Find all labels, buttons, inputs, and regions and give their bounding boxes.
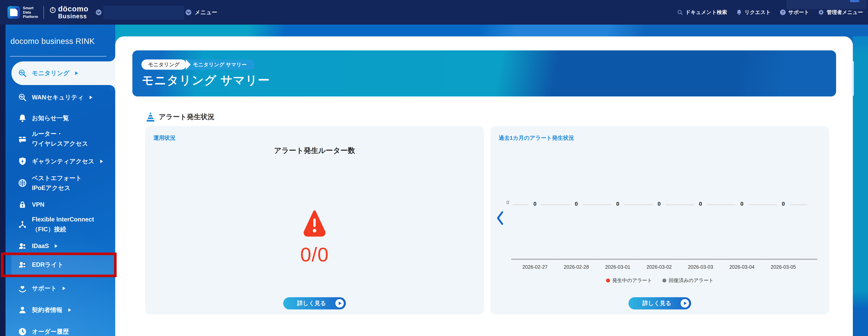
chart-data-label: 0 [616, 201, 619, 207]
chevron-down-icon[interactable] [185, 9, 192, 15]
warning-triangle-icon [303, 209, 326, 238]
chart-data-label: 0 [740, 201, 744, 207]
chart-line-segment [665, 204, 694, 205]
legend-item: 発生中のアラート [606, 277, 652, 283]
submenu-arrow-icon [100, 160, 103, 163]
breadcrumb-monitoring[interactable]: モニタリング [142, 60, 186, 70]
chart-line-segment [513, 204, 529, 205]
router-icon [18, 134, 27, 143]
chart-date-label: 2026-03-03 [688, 264, 713, 270]
chart-line-segment [789, 204, 807, 205]
submenu-arrow-icon [63, 287, 65, 290]
question-icon: ? [780, 9, 786, 15]
submenu-arrow-icon [55, 244, 58, 248]
sidebar-item-support[interactable]: サポート [11, 277, 115, 299]
sidebar-item-monitoring[interactable]: モニタリング [11, 61, 115, 85]
operation-detail-button[interactable]: 詳しく見る [283, 297, 346, 309]
chart-data-label: 0 [575, 201, 578, 207]
sidebar-item-wan-security[interactable]: WANセキュリティ [11, 87, 115, 108]
alert-status-section-header: アラート発生状況 [146, 111, 214, 122]
sidebar-item-best-effort-ipoe[interactable]: ベストエフォート IPoEアクセス [11, 172, 115, 194]
chevron-down-icon[interactable] [95, 9, 102, 15]
chart-date-label: 2026-03-04 [729, 264, 754, 270]
sidebar-title: docomo business RINK [10, 37, 95, 46]
alert-router-count-heading: アラート発生ルーター数 [145, 146, 484, 156]
monthly-alert-title: 過去1カ月のアラート発生状況 [499, 134, 574, 142]
alert-router-count-value: 0/0 [145, 243, 484, 266]
chart-data-label: 0 [699, 201, 702, 207]
alert-cone-icon [146, 111, 155, 122]
support-heart-icon [18, 284, 27, 293]
play-circle-icon [680, 299, 689, 308]
sidebar-item-guarantee-access[interactable]: ギャランティアクセス [11, 150, 115, 172]
operation-status-title: 運用状況 [153, 134, 176, 142]
submenu-arrow-icon [75, 71, 78, 75]
header-nav-question[interactable]: ?サポート [780, 9, 809, 16]
page-title: モニタリング サマリー [142, 72, 270, 89]
header-nav-search[interactable]: ドキュメント検索 [677, 9, 727, 16]
background-right-strip [853, 36, 868, 336]
sidebar-item-vpn[interactable]: VPN [11, 194, 115, 215]
monthly-alert-card: 過去1カ月のアラート発生状況 002026-02-2702026-02-2802… [490, 126, 829, 314]
breadcrumb-monitoring-summary[interactable]: モニタリング サマリー [180, 60, 255, 70]
chart-line-segment [541, 204, 570, 205]
person-icon [18, 306, 27, 314]
left-edge-strip [0, 25, 5, 336]
header-left-cluster: Smart Data Platform döcomo Business メニュー [7, 0, 217, 25]
legend-dot [606, 278, 610, 282]
monitoring-search-icon [18, 69, 27, 77]
header-nav-gear[interactable]: 管理者メニュー [818, 9, 863, 16]
chart-line-segment [707, 204, 736, 205]
page-banner: モニタリング モニタリング サマリー モニタリング サマリー [132, 51, 836, 96]
shield-icon [18, 157, 27, 166]
chart-data-label: 0 [533, 201, 536, 207]
menu-button[interactable]: メニュー [195, 9, 217, 16]
network-icon [18, 220, 27, 229]
chart-x-axis [511, 259, 817, 260]
monthly-detail-button[interactable]: 詳しく見る [628, 297, 691, 309]
header-nav-bell[interactable]: リクエスト [736, 9, 771, 16]
chart-date-label: 2026-02-27 [522, 264, 548, 270]
lock-icon [18, 200, 27, 209]
breadcrumb: モニタリング モニタリング サマリー [142, 60, 255, 70]
submenu-arrow-icon [68, 308, 71, 312]
docomo-mark-icon [50, 6, 56, 13]
chart-data-label: 0 [658, 201, 661, 207]
wan-security-icon [18, 93, 27, 102]
active-item-notch [109, 56, 115, 61]
gear-icon [818, 9, 824, 15]
section-title: アラート発生状況 [159, 112, 214, 122]
chart-date-label: 2026-02-28 [564, 264, 589, 270]
sidebar-item-notices[interactable]: お知らせ一覧 [11, 107, 115, 129]
play-circle-icon [335, 299, 344, 308]
chart-date-label: 2026-03-01 [605, 264, 630, 270]
sidebar-item-fic[interactable]: Flexible InterConnect （FIC）接続 [11, 213, 115, 235]
sidebar-item-router-wireless[interactable]: ルーター・ ワイヤレスアクセス [11, 128, 115, 149]
chart-data-label: 0 [782, 201, 785, 207]
sidebar-item-contractor-info[interactable]: 契約者情報 [11, 299, 115, 321]
bell-icon [736, 9, 742, 15]
y-axis-zero-tick: 0 [506, 200, 509, 205]
chart-date-label: 2026-03-05 [771, 264, 796, 270]
docomo-business-logo: döcomo Business [50, 5, 88, 20]
chart-line-segment [624, 204, 653, 205]
bell-icon [18, 114, 27, 123]
chart-prev-arrow[interactable] [496, 211, 504, 226]
top-header: Smart Data Platform döcomo Business メニュー… [0, 0, 868, 25]
main-content-panel: モニタリング モニタリング サマリー モニタリング サマリー アラート発生状況 … [115, 36, 853, 336]
sidebar: docomo business RINK モニタリングWANセキュリティお知らせ… [5, 25, 115, 336]
smart-data-platform-label: Smart Data Platform [23, 6, 38, 19]
smart-data-platform-logo [7, 6, 20, 19]
sidebar-title-divider [10, 56, 106, 57]
submenu-arrow-icon [90, 96, 92, 99]
header-divider [43, 6, 44, 19]
header-nav: ドキュメント検索リクエスト?サポート管理者メニュー [677, 0, 863, 25]
sidebar-item-order-history[interactable]: オーダー履歴 [11, 321, 115, 336]
legend-item: 回復済みのアラート [662, 277, 714, 283]
globe-icon [18, 179, 27, 188]
chart-line-segment [583, 204, 611, 205]
organization-select[interactable] [103, 5, 184, 19]
scrollbar-thumb[interactable] [851, 61, 854, 96]
svg-text:?: ? [782, 10, 784, 14]
operation-status-card: 運用状況 アラート発生ルーター数 0/0 詳しく見る [145, 126, 484, 314]
